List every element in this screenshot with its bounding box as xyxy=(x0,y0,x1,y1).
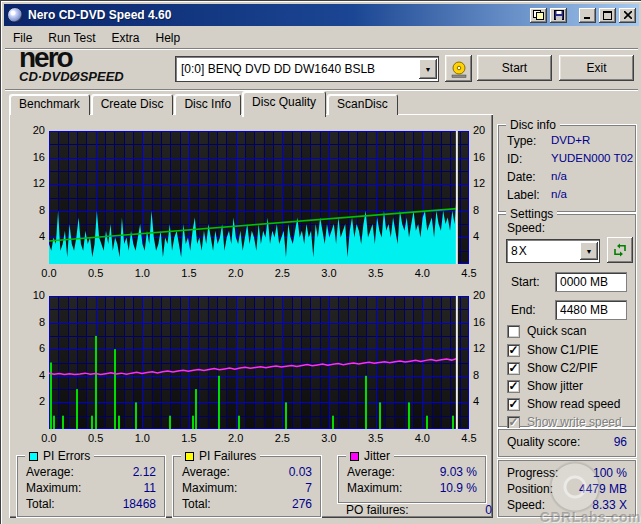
pi-failures-legend-swatch xyxy=(185,452,194,461)
checkbox-label: Show C1/PIE xyxy=(527,343,598,357)
start-button[interactable]: Start xyxy=(477,55,552,81)
disc-info-title: Disc info xyxy=(510,118,556,132)
tab-benchmark[interactable]: Benchmark xyxy=(9,94,90,115)
checkbox-label: Show C2/PIF xyxy=(527,361,598,375)
checkbox-show-write-speed: Show write speed xyxy=(507,415,622,429)
exit-button[interactable]: Exit xyxy=(559,55,634,81)
checkbox-show-jitter[interactable]: Show jitter xyxy=(507,379,583,393)
pif-total-value: 276 xyxy=(292,497,312,511)
jitter-average-label: Average: xyxy=(347,465,395,479)
menu-help[interactable]: Help xyxy=(148,29,189,47)
tick-label: 2 xyxy=(11,395,45,407)
progress-value: 100 % xyxy=(593,466,627,480)
tick-label: 4.5 xyxy=(454,267,484,279)
refresh-button[interactable] xyxy=(607,237,633,263)
chevron-down-icon[interactable]: ▼ xyxy=(419,59,437,79)
speed-label: Speed: xyxy=(507,221,545,235)
progress-label: Progress: xyxy=(507,466,558,480)
tab-strip: Benchmark Create Disc Disc Info Disc Qua… xyxy=(9,93,399,115)
tick-label: 4.5 xyxy=(454,432,484,444)
po-failures-row: PO failures: 0 xyxy=(338,503,500,517)
position-label: Position: xyxy=(507,482,553,496)
jitter-maximum-label: Maximum: xyxy=(347,481,402,495)
pi-errors-title: PI Errors xyxy=(43,449,90,463)
speed-selector-value: 8X xyxy=(507,244,579,258)
application-window: Nero CD-DVD Speed 4.60 File Run Test Ext… xyxy=(0,0,641,524)
checkbox-show-c2-pif[interactable]: Show C2/PIF xyxy=(507,361,598,375)
menu-extra[interactable]: Extra xyxy=(103,29,147,47)
jitter-title: Jitter xyxy=(364,449,390,463)
save-icon-button[interactable] xyxy=(550,8,567,23)
checkbox-quick-scan[interactable]: Quick scan xyxy=(507,324,586,338)
pie-total-value: 18468 xyxy=(123,497,156,511)
position-value: 4479 MB xyxy=(579,482,627,496)
tab-disc-quality[interactable]: Disc Quality xyxy=(242,91,326,117)
tick-label: 16 xyxy=(11,151,45,163)
checkbox-box xyxy=(507,416,520,429)
minimize-button[interactable] xyxy=(579,8,596,23)
checkbox-label: Show jitter xyxy=(527,379,583,393)
tick-label: 1.0 xyxy=(127,432,157,444)
end-position-row: End: xyxy=(499,300,635,320)
close-button[interactable] xyxy=(619,8,636,23)
pif-average-value: 0.03 xyxy=(289,465,312,479)
report-button[interactable] xyxy=(530,8,547,23)
tab-disc-info[interactable]: Disc Info xyxy=(174,94,241,115)
disc-type-value: DVD+R xyxy=(551,134,590,148)
pie-average-label: Average: xyxy=(26,465,74,479)
tick-label: 8 xyxy=(11,204,45,216)
speed-chevron-down-icon[interactable]: ▼ xyxy=(580,242,598,260)
header: nero CD·DVDØSPEED [0:0] BENQ DVD DD DW16… xyxy=(5,49,638,90)
tab-create-disc[interactable]: Create Disc xyxy=(91,94,174,115)
tick-label: 3.0 xyxy=(314,432,344,444)
pi-failures-jitter-chart xyxy=(49,296,469,429)
checkbox-box[interactable] xyxy=(507,380,520,393)
tick-label: 2.5 xyxy=(267,267,297,279)
tick-label: 20 xyxy=(473,124,485,136)
tick-label: 0.5 xyxy=(81,267,111,279)
disc-type-label: Type: xyxy=(507,134,551,148)
settings-group: Settings Speed: 8X ▼ Start: End: Quick s… xyxy=(498,214,636,427)
tick-label: 4 xyxy=(11,230,45,242)
disc-date-value: n/a xyxy=(551,170,567,184)
start-position-input[interactable] xyxy=(555,272,627,292)
pif-total-label: Total: xyxy=(182,497,211,511)
start-position-label: Start: xyxy=(511,275,555,289)
pi-errors-group: PI Errors Average:2.12 Maximum:11 Total:… xyxy=(17,456,165,517)
tick-label: 4 xyxy=(11,369,45,381)
tick-label: 0.0 xyxy=(34,267,64,279)
end-position-label: End: xyxy=(511,303,555,317)
checkbox-show-c1-pie[interactable]: Show C1/PIE xyxy=(507,343,598,357)
pi-failures-title: PI Failures xyxy=(199,449,256,463)
maximize-button[interactable] xyxy=(599,8,616,23)
eject-button[interactable] xyxy=(445,55,472,82)
start-position-row: Start: xyxy=(499,272,635,292)
jitter-legend-swatch xyxy=(350,452,359,461)
checkbox-box[interactable] xyxy=(507,362,520,375)
nero-logo: nero CD·DVDØSPEED xyxy=(19,46,124,88)
pi-errors-legend-swatch xyxy=(29,452,38,461)
quality-score-label: Quality score: xyxy=(507,435,580,449)
eject-disc-icon xyxy=(450,60,468,78)
checkbox-box[interactable] xyxy=(507,398,520,411)
end-position-input[interactable] xyxy=(555,300,627,320)
tick-label: 8 xyxy=(11,316,45,328)
po-failures-value: 0 xyxy=(485,503,492,517)
checkbox-box[interactable] xyxy=(507,344,520,357)
scan-speed-label: Speed: xyxy=(507,498,545,512)
checkbox-label: Quick scan xyxy=(527,324,586,338)
checkbox-box[interactable] xyxy=(507,325,520,338)
speed-selector[interactable]: 8X ▼ xyxy=(506,239,600,263)
tick-label: 3.0 xyxy=(314,267,344,279)
checkbox-show-read-speed[interactable]: Show read speed xyxy=(507,397,620,411)
tick-label: 10 xyxy=(11,289,45,301)
quality-score-value: 96 xyxy=(614,435,627,449)
tab-scandisc[interactable]: ScanDisc xyxy=(327,94,398,115)
progress-group: Progress:100 % Position:4479 MB Speed:8.… xyxy=(498,460,636,517)
tick-label: 1.0 xyxy=(127,267,157,279)
pie-average-value: 2.12 xyxy=(133,465,156,479)
pie-maximum-label: Maximum: xyxy=(26,481,81,495)
tick-label: 16 xyxy=(473,151,485,163)
tick-label: 0.5 xyxy=(81,432,111,444)
drive-selector[interactable]: [0:0] BENQ DVD DD DW1640 BSLB ▼ xyxy=(175,56,439,82)
